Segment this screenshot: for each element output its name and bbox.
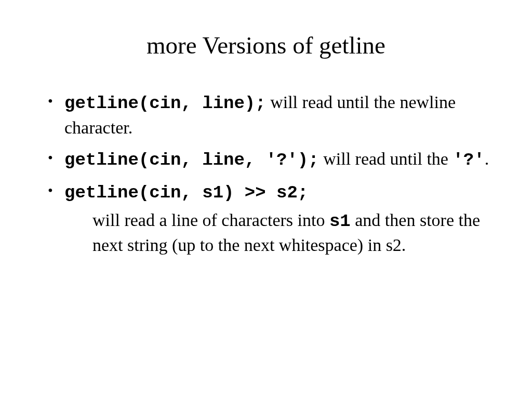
code-inline: '?' <box>453 150 484 170</box>
code-inline: s1 <box>329 211 351 231</box>
slide-title: more Versions of getline <box>36 31 496 59</box>
sub-paragraph: will read a line of characters into s1 a… <box>92 208 496 258</box>
code-snippet: getline(cin, line); <box>64 94 266 113</box>
list-item: getline(cin, line); will read until the … <box>48 90 496 140</box>
list-item: getline(cin, line, '?'); will read until… <box>48 147 496 172</box>
code-snippet: getline(cin, line, '?'); <box>64 150 319 170</box>
body-text: will read until the <box>319 149 453 168</box>
bullet-list: getline(cin, line); will read until the … <box>36 90 496 257</box>
body-text: will read a line of characters into <box>92 210 329 230</box>
list-item: getline(cin, s1) >> s2; will read a line… <box>48 180 496 258</box>
code-snippet: getline(cin, s1) >> s2; <box>64 183 308 203</box>
body-text: . <box>485 149 489 168</box>
